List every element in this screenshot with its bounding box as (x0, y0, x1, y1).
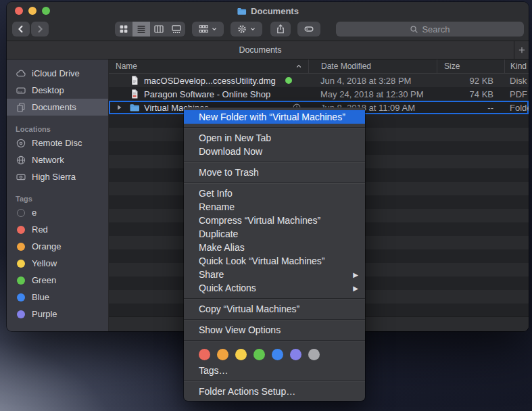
tab-documents[interactable]: Documents (7, 41, 514, 59)
sidebar-item-documents[interactable]: Documents (7, 99, 108, 116)
menu-item-get-info[interactable]: Get Info (184, 187, 365, 200)
menu-item-label: Duplicate (199, 228, 238, 239)
menu-separator (184, 162, 365, 162)
sidebar-item-e[interactable]: e (7, 204, 108, 221)
sidebar-item-green[interactable]: Green (7, 272, 108, 289)
menu-item-label: Get Info (199, 188, 233, 199)
menu-tag-dot[interactable] (308, 349, 320, 360)
sidebar-item-label: Yellow (32, 258, 57, 268)
column-header-kind[interactable]: Kind (504, 59, 529, 73)
tag-color-dot (17, 260, 25, 268)
sidebar-item-red[interactable]: Red (7, 221, 108, 238)
document-icon (129, 89, 140, 99)
sidebar-section-locations: Locations (7, 122, 108, 133)
menu-tag-dot[interactable] (199, 349, 210, 360)
menu-separator (184, 298, 365, 299)
action-menu-button[interactable] (231, 22, 262, 37)
tag-icon (304, 24, 314, 34)
sidebar-item-desktop[interactable]: Desktop (7, 82, 108, 99)
file-size-cell: 92 KB (437, 76, 504, 86)
menu-item-folder-actions-setup[interactable]: Folder Actions Setup… (184, 385, 365, 398)
folder-proxy-icon (237, 6, 247, 16)
menu-tag-dot[interactable] (235, 349, 247, 360)
sidebar-item-label: e (32, 208, 37, 218)
menu-item-new-folder-with-virtual-machines[interactable]: New Folder with “Virtual Machines” (184, 110, 365, 124)
sidebar-item-orange[interactable]: Orange (7, 238, 108, 255)
new-tab-button[interactable] (514, 41, 529, 59)
menu-item-quick-look-virtual-machines[interactable]: Quick Look “Virtual Machines” (184, 254, 365, 268)
file-row[interactable]: Paragon Software - Online ShopMay 24, 20… (109, 87, 529, 101)
search-input[interactable]: Search (336, 22, 524, 37)
menu-item-rename[interactable]: Rename (184, 200, 365, 214)
column-view-button[interactable] (150, 22, 168, 37)
icon-view-button[interactable] (115, 22, 132, 37)
tag-color-dot (17, 243, 25, 251)
sidebar-item-purple[interactable]: Purple (7, 306, 108, 322)
sidebar-item-label: Desktop (32, 85, 64, 95)
menu-item-label: Show View Options (199, 324, 281, 335)
gallery-view-button[interactable] (168, 22, 185, 37)
sidebar-item-label: Purple (32, 309, 57, 319)
menu-item-label: Tags… (199, 365, 228, 376)
menu-item-copy-virtual-machines[interactable]: Copy “Virtual Machines” (184, 302, 365, 316)
document-icon (129, 75, 140, 86)
file-date-cell: Jun 4, 2018 at 3:28 PM (308, 76, 437, 86)
view-mode-control (115, 22, 185, 37)
menu-item-open-in-new-tab[interactable]: Open in New Tab (184, 131, 365, 145)
file-row[interactable]: macOSDevelop...ccessUtility.dmgJun 4, 20… (109, 74, 529, 87)
window-title-area: Documents (7, 2, 529, 20)
sidebar-item-remote-disc[interactable]: Remote Disc (7, 135, 108, 151)
sidebar-item-network[interactable]: Network (7, 151, 108, 168)
tag-button[interactable] (297, 22, 320, 37)
titlebar[interactable]: Documents (7, 2, 529, 20)
menu-item-label: Quick Actions (199, 283, 256, 293)
globe-icon (16, 155, 26, 166)
menu-item-quick-actions[interactable]: Quick Actions▶ (184, 281, 365, 295)
column-header-name[interactable]: Name (109, 62, 308, 71)
forward-button[interactable] (31, 22, 49, 37)
menu-tag-dot[interactable] (272, 349, 283, 360)
menu-item-label: Folder Actions Setup… (199, 386, 295, 397)
menu-separator (184, 183, 365, 183)
list-view-button[interactable] (132, 22, 150, 37)
menu-tag-dot[interactable] (217, 349, 228, 360)
file-name: Paragon Software - Online Shop (144, 89, 270, 99)
gallery-view-icon (171, 24, 182, 34)
share-button[interactable] (270, 22, 291, 37)
menu-item-share[interactable]: Share▶ (184, 268, 365, 281)
sidebar-item-high-sierra[interactable]: High Sierra (7, 168, 108, 185)
tag-color-dot (17, 276, 25, 285)
menu-item-label: Compress “Virtual Machines” (199, 215, 320, 226)
sort-ascending-icon (295, 62, 303, 70)
menu-item-tags[interactable]: Tags… (184, 364, 365, 377)
file-size-cell: 74 KB (437, 89, 504, 99)
column-header-size[interactable]: Size (437, 59, 504, 73)
menu-tag-dot[interactable] (290, 349, 301, 360)
menu-item-download-now[interactable]: Download Now (184, 145, 365, 158)
sidebar-item-yellow[interactable]: Yellow (7, 255, 108, 272)
list-view-icon (136, 24, 147, 34)
menu-item-show-view-options[interactable]: Show View Options (184, 323, 365, 337)
sidebar-item-icloud-drive[interactable]: iCloud Drive (7, 65, 108, 82)
column-header-date-modified[interactable]: Date Modified (308, 59, 437, 73)
list-column-headers: Name Date Modified Size Kind (109, 59, 529, 74)
menu-item-make-alias[interactable]: Make Alias (184, 241, 365, 254)
group-by-button[interactable] (192, 22, 224, 37)
sidebar-item-label: iCloud Drive (32, 68, 80, 78)
menu-item-duplicate[interactable]: Duplicate (184, 227, 365, 241)
menu-item-label: Make Alias (199, 242, 245, 253)
menu-separator (184, 127, 365, 128)
sidebar-item-label: Documents (32, 102, 76, 112)
menu-item-compress-virtual-machines[interactable]: Compress “Virtual Machines” (184, 214, 365, 227)
back-button[interactable] (12, 22, 30, 37)
menu-item-move-to-trash[interactable]: Move to Trash (184, 166, 365, 179)
sidebar: iCloud DriveDesktopDocuments Locations R… (7, 59, 108, 331)
sidebar-item-blue[interactable]: Blue (7, 289, 108, 306)
sidebar-item-label: High Sierra (32, 172, 76, 182)
disclosure-triangle-icon[interactable] (113, 103, 125, 112)
tag-color-dot (17, 310, 25, 318)
disclosure-triangle-icon (113, 76, 125, 84)
documents-icon (16, 102, 26, 113)
menu-tag-dot[interactable] (253, 349, 265, 360)
disclosure-triangle-icon (113, 90, 125, 98)
